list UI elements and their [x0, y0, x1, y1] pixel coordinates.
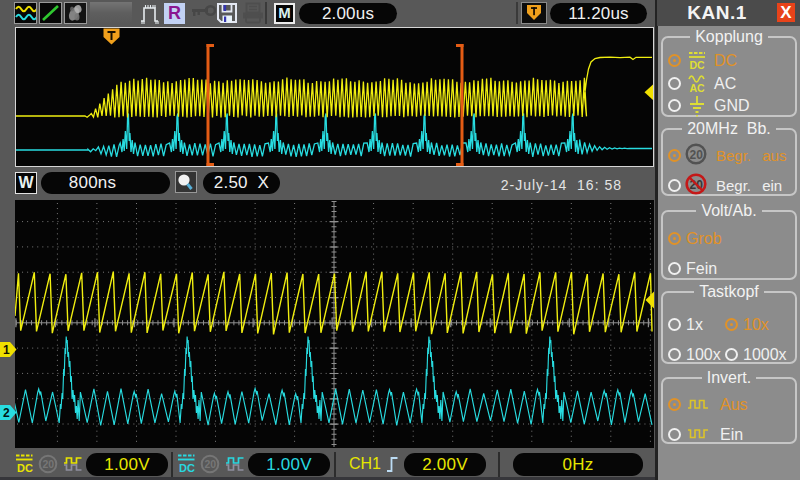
svg-text:DC: DC: [179, 462, 195, 474]
svg-text:DC: DC: [690, 59, 706, 71]
svg-text:1: 1: [3, 343, 10, 357]
svg-text:20: 20: [43, 458, 55, 470]
svg-text:2: 2: [3, 406, 10, 420]
svg-text:DC: DC: [17, 462, 33, 474]
svg-text:20: 20: [205, 458, 217, 470]
svg-text:20: 20: [690, 148, 704, 162]
svg-text:AC: AC: [690, 82, 706, 94]
